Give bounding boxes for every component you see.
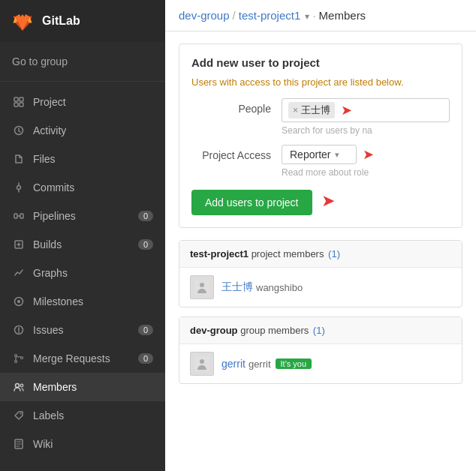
sidebar-item-project[interactable]: Project (0, 88, 165, 116)
add-user-section: Add new user to project Users with acces… (179, 44, 462, 228)
activity-icon (12, 124, 26, 137)
access-form-row: Project Access Reporter ▾ ➤ Read more ab… (191, 145, 450, 178)
sidebar-item-graphs[interactable]: Graphs (0, 259, 165, 287)
sidebar-label-labels: Labels (33, 410, 153, 422)
access-hint: Read more about role (282, 167, 450, 178)
commits-icon (12, 181, 26, 194)
group-members-group-name: dev-group (190, 325, 238, 336)
members-icon (12, 380, 26, 394)
tag-remove-btn[interactable]: × (293, 105, 298, 116)
access-label: Project Access (191, 145, 282, 161)
pipelines-icon (12, 209, 26, 223)
people-label: People (191, 98, 282, 115)
svg-rect-2 (14, 103, 18, 106)
project-members-header: test-project1 project members (1) (179, 241, 462, 268)
access-arrow-indicator: ➤ (363, 146, 374, 163)
sidebar-label-activity: Activity (33, 124, 153, 136)
milestones-icon (12, 295, 26, 308)
sidebar-item-builds[interactable]: Builds 0 (0, 230, 165, 259)
breadcrumb-group-link[interactable]: dev-group (179, 9, 230, 22)
people-arrow-indicator: ➤ (341, 102, 352, 118)
wiki-icon (12, 437, 26, 451)
sidebar-label-project: Project (33, 96, 153, 108)
svg-point-15 (16, 384, 20, 388)
access-select[interactable]: Reporter ▾ (282, 145, 357, 164)
project-icon (12, 95, 26, 109)
people-tag-name: 王士博 (301, 104, 330, 117)
go-to-group-link[interactable]: Go to group (0, 42, 165, 82)
svg-point-10 (17, 300, 20, 303)
svg-rect-0 (14, 98, 18, 101)
svg-rect-7 (20, 214, 23, 218)
sidebar-item-activity[interactable]: Activity (0, 116, 165, 145)
sidebar-item-commits[interactable]: Commits (0, 173, 165, 202)
project-members-suffix: project members (249, 248, 324, 260)
avatar (190, 275, 214, 299)
table-row: 王士博 wangshibo (179, 268, 462, 307)
breadcrumb: dev-group / test-project1 ▾ · Members (179, 9, 366, 22)
avatar (190, 352, 214, 376)
its-you-badge: It's you (276, 358, 312, 369)
builds-icon (12, 238, 26, 251)
sidebar-item-files[interactable]: Files (0, 145, 165, 173)
sidebar: GitLab Go to group Project Activity File… (0, 0, 165, 471)
people-form-row: People × 王士博 ➤ Search for users by na (191, 98, 450, 136)
member-name-0[interactable]: 王士博 (221, 280, 253, 294)
member-username-0: wangshibo (256, 282, 303, 293)
access-dropdown-arrow: ▾ (335, 150, 339, 160)
access-value: Reporter (290, 148, 330, 160)
group-members-header: dev-group group members (1) (179, 317, 462, 344)
sidebar-label-wiki: Wiki (33, 438, 153, 450)
sidebar-label-merge-requests: Merge Requests (33, 352, 138, 364)
sidebar-label-issues: Issues (33, 324, 138, 336)
group-member-username-0: gerrit (249, 358, 271, 370)
breadcrumb-dropdown-icon: ▾ (305, 11, 309, 22)
sidebar-item-pipelines[interactable]: Pipelines 0 (0, 202, 165, 230)
pipelines-badge: 0 (138, 211, 153, 221)
sidebar-item-merge-requests[interactable]: Merge Requests 0 (0, 344, 165, 373)
main-content: dev-group / test-project1 ▾ · Members Ad… (165, 0, 476, 471)
breadcrumb-page: Members (319, 9, 366, 22)
main-header: dev-group / test-project1 ▾ · Members (165, 0, 476, 32)
sidebar-item-milestones[interactable]: Milestones (0, 287, 165, 316)
svg-point-5 (17, 186, 21, 190)
group-member-name-0[interactable]: gerrit (221, 358, 246, 370)
people-input-field[interactable]: × 王士博 ➤ (282, 98, 450, 122)
sidebar-label-builds: Builds (33, 238, 138, 250)
svg-rect-1 (20, 98, 23, 101)
svg-point-16 (20, 384, 23, 387)
group-members-suffix: group members (238, 325, 309, 336)
people-tag: × 王士博 (288, 102, 335, 118)
group-members-count: (1) (313, 325, 325, 336)
people-input-wrap: × 王士博 ➤ Search for users by na (282, 98, 450, 136)
gitlab-logo (11, 9, 35, 33)
sidebar-label-members: Members (33, 381, 153, 393)
files-icon (12, 152, 26, 166)
sidebar-logo-title: GitLab (42, 14, 80, 28)
sidebar-header: GitLab (0, 0, 165, 42)
builds-badge: 0 (138, 239, 153, 250)
sidebar-item-issues[interactable]: Issues 0 (0, 316, 165, 344)
issues-icon (12, 323, 26, 337)
sidebar-item-members[interactable]: Members ➤ (0, 373, 165, 401)
sidebar-item-labels[interactable]: Labels (0, 401, 165, 430)
sidebar-item-wiki[interactable]: Wiki (0, 430, 165, 458)
sidebar-nav: Project Activity Files Commits Pipelines (0, 82, 165, 464)
issues-badge: 0 (138, 325, 153, 335)
add-section-title: Add new user to project (191, 56, 450, 69)
sidebar-label-milestones: Milestones (33, 296, 153, 308)
svg-rect-6 (14, 214, 17, 218)
table-row: gerrit gerrit It's you (179, 344, 462, 383)
add-users-button[interactable]: Add users to project (191, 190, 312, 215)
breadcrumb-project-link[interactable]: test-project1 ▾ (239, 9, 310, 22)
search-hint: Search for users by na (282, 125, 450, 136)
info-text: Users with access to this project are li… (191, 76, 450, 88)
project-members-project-name: test-project1 (190, 248, 249, 260)
access-input-wrap: Reporter ▾ ➤ Read more about role (282, 145, 450, 178)
sidebar-label-graphs: Graphs (33, 267, 153, 279)
graphs-icon (12, 266, 26, 280)
svg-rect-3 (20, 103, 23, 106)
add-button-row: Add users to project ➤ (191, 187, 450, 215)
group-members-section: dev-group group members (1) gerrit gerri… (179, 316, 462, 384)
sidebar-label-files: Files (33, 153, 153, 165)
